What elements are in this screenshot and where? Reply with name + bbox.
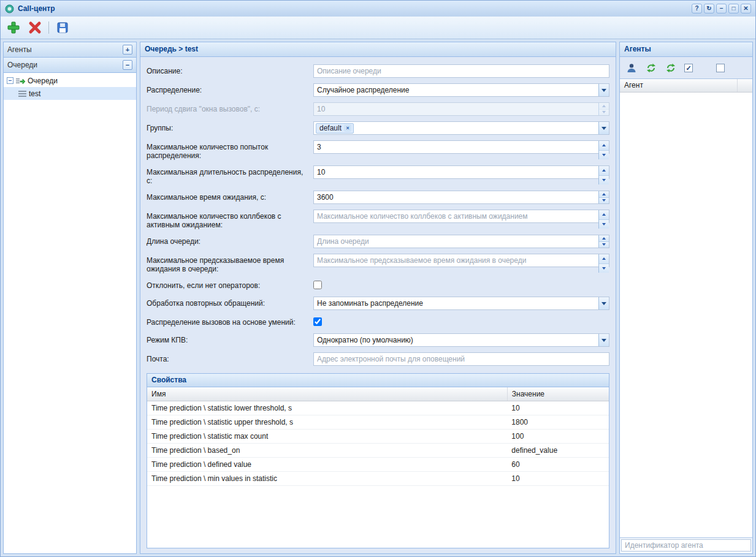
- repeat-handling-value[interactable]: [313, 297, 609, 310]
- property-row[interactable]: Time prediction \ statistic max count100: [147, 429, 609, 443]
- tag-remove-icon[interactable]: ×: [344, 124, 351, 132]
- delete-button[interactable]: [27, 20, 43, 36]
- agents-footer: [620, 537, 752, 553]
- groups-tagfield[interactable]: default ×: [313, 121, 609, 135]
- spin-up-button: [599, 103, 609, 109]
- collapse-tool-icon[interactable]: −: [123, 60, 132, 70]
- property-value-column-header[interactable]: Значение: [507, 387, 609, 401]
- dropdown-trigger-icon[interactable]: [598, 334, 609, 346]
- tree-node-queues[interactable]: Очереди: [4, 74, 136, 87]
- reject-no-operators-label: Отклонить, если нет операторов:: [147, 279, 313, 291]
- agent-column-header[interactable]: Агент: [620, 79, 738, 92]
- spin-up-button[interactable]: [599, 235, 609, 241]
- description-label: Описание:: [147, 64, 313, 78]
- property-row[interactable]: Time prediction \ defined value60: [147, 457, 609, 471]
- form-row: Описание:: [147, 64, 609, 78]
- select-all-checkbox-icon[interactable]: ✓: [684, 64, 693, 72]
- toolbar-separator: [48, 21, 49, 34]
- form-row: Отклонить, если нет операторов:: [147, 279, 609, 291]
- form-row: Группы: default ×: [147, 121, 609, 135]
- max-predicted-wait-label: Максимальное предсказываемое время ожида…: [147, 254, 313, 273]
- spinner: [598, 141, 609, 159]
- spin-down-button[interactable]: [599, 219, 609, 229]
- agent-id-input[interactable]: [621, 539, 751, 551]
- close-button[interactable]: ✕: [741, 4, 751, 13]
- distribution-select[interactable]: [313, 83, 609, 97]
- max-duration-label: Максимальная длительность распределения,…: [147, 165, 313, 185]
- property-row[interactable]: Time prediction \ min values in statisti…: [147, 471, 609, 485]
- spinner: [598, 191, 609, 203]
- queues-tree: Очереди test: [4, 73, 136, 553]
- accordion-queues-header[interactable]: Очереди −: [4, 58, 136, 73]
- form-row: Период сдвига "окна вызовов", с:: [147, 102, 609, 116]
- agents-grid-body[interactable]: [620, 93, 752, 537]
- spinner: [598, 166, 609, 184]
- property-value-cell: 1800: [507, 415, 609, 429]
- max-callbacks-input[interactable]: [313, 210, 609, 223]
- groups-field[interactable]: default ×: [313, 121, 609, 135]
- sync-agents-button[interactable]: [665, 62, 677, 74]
- ringback-mode-label: Режим КПВ:: [147, 333, 313, 347]
- dropdown-trigger-icon[interactable]: [598, 297, 609, 309]
- ringback-mode-select[interactable]: [313, 333, 609, 347]
- expand-tool-icon[interactable]: +: [123, 45, 132, 55]
- tree-node-test[interactable]: test: [4, 87, 136, 100]
- properties-panel: Свойства Имя Значение Time prediction \ …: [147, 373, 609, 548]
- property-name-column-header[interactable]: Имя: [147, 387, 507, 401]
- spin-down-button[interactable]: [599, 263, 609, 273]
- ringback-mode-value[interactable]: [313, 333, 609, 347]
- dropdown-trigger-icon[interactable]: [598, 84, 609, 96]
- spin-up-button[interactable]: [599, 191, 609, 197]
- max-wait-input[interactable]: [313, 191, 609, 204]
- properties-grid: Имя Значение Time prediction \ statistic…: [147, 387, 609, 548]
- add-agent-button[interactable]: [625, 62, 638, 74]
- spin-down-button[interactable]: [599, 241, 609, 248]
- deselect-all-checkbox-icon[interactable]: [716, 64, 725, 72]
- accordion-queues-label: Очереди: [7, 61, 123, 69]
- navigation-panel: Агенты + Очереди − Очереди test: [3, 42, 137, 554]
- max-attempts-input[interactable]: [313, 140, 609, 154]
- agent-person-icon: [626, 63, 637, 74]
- refresh-button[interactable]: ↻: [704, 4, 714, 13]
- max-duration-input[interactable]: [313, 165, 609, 179]
- repeat-handling-select[interactable]: [313, 297, 609, 310]
- spin-up-button[interactable]: [599, 141, 609, 150]
- distribution-label: Распределение:: [147, 83, 313, 97]
- refresh-agents-button[interactable]: [645, 62, 657, 74]
- spin-down-button[interactable]: [599, 150, 609, 160]
- help-button[interactable]: ?: [692, 4, 702, 13]
- spin-up-button[interactable]: [599, 254, 609, 263]
- max-wait-field: [313, 191, 609, 204]
- group-tag[interactable]: default ×: [316, 123, 354, 134]
- dropdown-trigger-icon[interactable]: [598, 122, 609, 134]
- form-row: Распределение:: [147, 83, 609, 97]
- form-row: Обработка повторных обращений:: [147, 297, 609, 310]
- queue-length-input[interactable]: [313, 235, 609, 248]
- spin-down-button[interactable]: [599, 175, 609, 185]
- repeat-handling-label: Обработка повторных обращений:: [147, 297, 313, 310]
- collapse-expander-icon[interactable]: [7, 77, 13, 84]
- property-row[interactable]: Time prediction \ statistic lower thresh…: [147, 401, 609, 415]
- description-input[interactable]: [313, 64, 609, 78]
- add-button[interactable]: [6, 20, 21, 36]
- circular-arrows-icon: [646, 63, 657, 74]
- max-callbacks-field: [313, 210, 609, 229]
- distribution-value[interactable]: [313, 83, 609, 97]
- reject-no-operators-checkbox[interactable]: [313, 281, 322, 289]
- property-row[interactable]: Time prediction \ statistic upper thresh…: [147, 415, 609, 429]
- property-value-cell: 10: [507, 471, 609, 485]
- property-row[interactable]: Time prediction \ based_ondefined_value: [147, 443, 609, 457]
- max-callbacks-label: Максимальное количество коллбеков с акти…: [147, 210, 313, 229]
- accordion-agents-header[interactable]: Агенты +: [4, 42, 136, 58]
- spin-up-button[interactable]: [599, 210, 609, 219]
- save-button[interactable]: [55, 20, 71, 36]
- minimize-button[interactable]: –: [716, 4, 727, 13]
- property-name-cell: Time prediction \ defined value: [147, 457, 507, 471]
- email-input[interactable]: [313, 352, 609, 366]
- spin-down-button[interactable]: [599, 197, 609, 204]
- skill-based-checkbox[interactable]: [313, 317, 322, 326]
- form-row: Максимальное время ожидания, с:: [147, 191, 609, 204]
- max-predicted-wait-input[interactable]: [313, 254, 609, 267]
- maximize-button[interactable]: □: [728, 4, 739, 13]
- spin-up-button[interactable]: [599, 166, 609, 175]
